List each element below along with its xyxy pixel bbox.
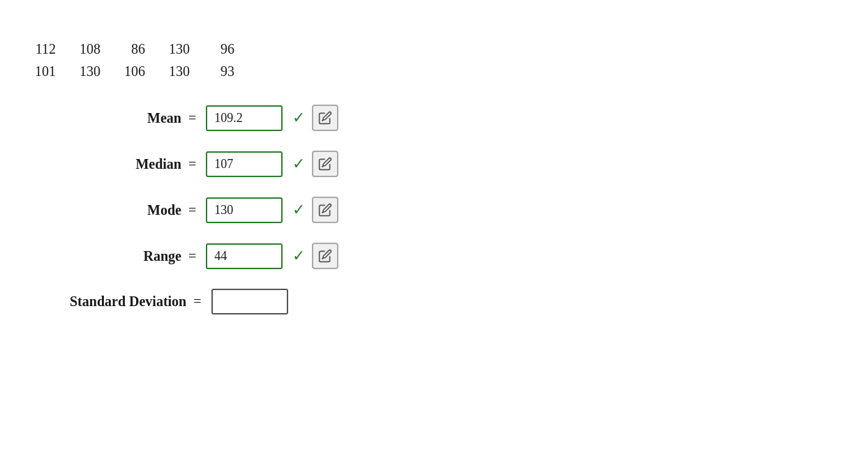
stat-input-mode[interactable] bbox=[206, 197, 283, 223]
check-icon-median: ✓ bbox=[292, 155, 305, 173]
data-cell: 96 bbox=[209, 38, 234, 60]
stat-input-mean[interactable] bbox=[206, 105, 283, 131]
stat-label-mean: Mean bbox=[70, 110, 181, 126]
data-cell: 101 bbox=[31, 60, 56, 82]
svg-line-3 bbox=[322, 258, 324, 259]
stat-equals-mean: = bbox=[188, 110, 196, 126]
data-cell: 130 bbox=[165, 38, 190, 60]
edit-button-median[interactable] bbox=[312, 151, 338, 177]
data-cell: 93 bbox=[209, 60, 234, 82]
stat-equals-median: = bbox=[188, 156, 196, 172]
stat-equals-range: = bbox=[188, 248, 196, 264]
data-row-2: 10113010613093 bbox=[31, 60, 840, 82]
stat-row-median: Median = ✓ bbox=[70, 151, 840, 177]
check-icon-mean: ✓ bbox=[292, 109, 305, 127]
check-icon-range: ✓ bbox=[292, 247, 305, 265]
stats-section: Mean = ✓ Median = ✓ Mode = ✓ Range = ✓ S… bbox=[70, 105, 840, 314]
stat-label-median: Median bbox=[70, 156, 181, 172]
stat-input-range[interactable] bbox=[206, 243, 283, 269]
stat-label-mode: Mode bbox=[70, 202, 181, 218]
stat-label-std-dev: Standard Deviation bbox=[70, 294, 186, 310]
stat-input-median[interactable] bbox=[206, 151, 283, 177]
edit-button-mean[interactable] bbox=[312, 105, 338, 131]
data-cell: 86 bbox=[120, 38, 145, 60]
stat-row-range: Range = ✓ bbox=[70, 243, 840, 269]
edit-button-mode[interactable] bbox=[312, 197, 338, 223]
stat-input-std-dev[interactable] bbox=[211, 289, 288, 314]
svg-line-1 bbox=[322, 166, 324, 167]
svg-line-0 bbox=[322, 120, 324, 121]
stat-equals-std-dev: = bbox=[193, 294, 201, 310]
check-icon-mode: ✓ bbox=[292, 201, 305, 219]
data-row-1: 1121088613096 bbox=[31, 38, 840, 60]
stat-row-std-dev: Standard Deviation = bbox=[70, 289, 840, 314]
data-cell: 112 bbox=[31, 38, 56, 60]
data-cell: 106 bbox=[120, 60, 145, 82]
data-cell: 130 bbox=[165, 60, 190, 82]
svg-line-2 bbox=[322, 212, 324, 213]
stat-row-mean: Mean = ✓ bbox=[70, 105, 840, 131]
stat-equals-mode: = bbox=[188, 202, 196, 218]
edit-button-range[interactable] bbox=[312, 243, 338, 269]
data-cell: 130 bbox=[75, 60, 100, 82]
data-set: 1121088613096 10113010613093 bbox=[28, 38, 840, 82]
stat-row-mode: Mode = ✓ bbox=[70, 197, 840, 223]
data-cell: 108 bbox=[75, 38, 100, 60]
stat-label-range: Range bbox=[70, 248, 181, 264]
